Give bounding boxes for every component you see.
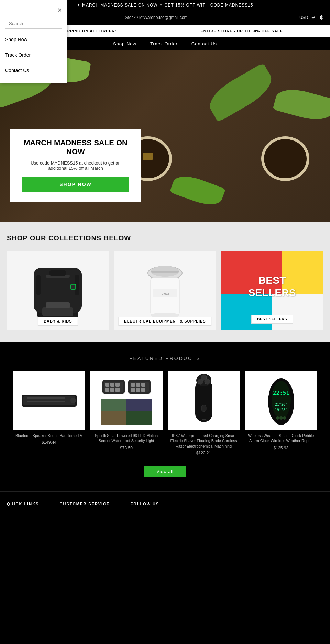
product-name-clock: Wireless Weather Station Clock Pebble Al… bbox=[245, 433, 317, 444]
svg-rect-3 bbox=[46, 302, 70, 308]
products-grid: Bluetooth Speaker Sound Bar Home TV $149… bbox=[7, 371, 323, 455]
clock-svg: 22:51 __:__ 21°20' 19°28' bbox=[266, 374, 297, 427]
svg-rect-32 bbox=[105, 388, 109, 392]
footer-col-quick-links: QUICK LINKS bbox=[7, 502, 39, 506]
svg-rect-2 bbox=[42, 307, 73, 316]
svg-point-53 bbox=[205, 379, 210, 384]
svg-rect-38 bbox=[136, 383, 140, 387]
svg-rect-37 bbox=[131, 383, 135, 387]
svg-text:rotoair: rotoair bbox=[161, 292, 169, 295]
product-name-speaker: Bluetooth Speaker Sound Bar Home TV bbox=[13, 433, 85, 438]
svg-text:__:__: __:__ bbox=[276, 397, 286, 400]
product-price-speaker: $149.44 bbox=[13, 440, 85, 445]
product-name-shaver: IPX7 Waterproof Fast Charging Smart Elec… bbox=[168, 433, 240, 449]
svg-text:19°28': 19°28' bbox=[275, 408, 287, 412]
svg-rect-5 bbox=[36, 275, 41, 295]
product-image-clock: 22:51 __:__ 21°20' 19°28' bbox=[245, 371, 317, 430]
svg-point-64 bbox=[283, 416, 286, 420]
hero-subtitle: Use code MADNESS15 at checkout to get an… bbox=[22, 160, 129, 171]
mobile-menu-item-shop[interactable]: Shop Now bbox=[0, 32, 67, 47]
product-image-speaker bbox=[13, 371, 85, 430]
svg-point-63 bbox=[279, 416, 283, 420]
svg-text:21°20': 21°20' bbox=[275, 403, 287, 406]
bestsellers-label: BEST SELLERS bbox=[251, 315, 293, 324]
page-wrapper: ✕ Shop Now Track Order Contact Us ✦ MARC… bbox=[0, 0, 330, 513]
featured-section: FEATURED PRODUCTS bbox=[0, 342, 330, 491]
product-price-light: $73.50 bbox=[90, 445, 163, 450]
mobile-menu-item-track[interactable]: Track Order bbox=[0, 47, 67, 63]
svg-text:22:51: 22:51 bbox=[273, 389, 289, 396]
svg-point-52 bbox=[198, 379, 203, 384]
collection-card-baby[interactable]: BABY & KIDS bbox=[7, 251, 109, 330]
footer-col-customer-service: CUSTOMER SERVICE bbox=[60, 502, 110, 506]
product-name-light: Spcelli Solar Powered 96 LED Motion Sens… bbox=[90, 433, 163, 444]
svg-rect-8 bbox=[49, 270, 66, 276]
mobile-menu: ✕ Shop Now Track Order Contact Us bbox=[0, 0, 67, 83]
featured-title: FEATURED PRODUCTS bbox=[7, 355, 323, 361]
leaf-6 bbox=[169, 171, 226, 210]
collection-card-bestsellers[interactable]: BESTSELLERS BEST SELLERS bbox=[221, 251, 323, 330]
bestsellers-title: BESTSELLERS bbox=[248, 274, 296, 299]
mobile-menu-item-contact[interactable]: Contact Us bbox=[0, 63, 67, 78]
mobile-search-input[interactable] bbox=[5, 19, 62, 29]
backpack-image bbox=[27, 258, 89, 323]
product-image-light bbox=[90, 371, 163, 430]
footer-follow-us-title: FOLLOW US bbox=[130, 502, 159, 506]
collections-title: SHOP OUR COLLECTIONS BELOW bbox=[7, 234, 323, 242]
product-image-shaver bbox=[168, 371, 240, 430]
hero-cta-button[interactable]: SHOP NOW bbox=[22, 177, 129, 192]
product-card-shaver[interactable]: IPX7 Waterproof Fast Charging Smart Elec… bbox=[168, 371, 240, 455]
svg-rect-45 bbox=[126, 399, 152, 411]
cart-icon[interactable]: ¢ bbox=[320, 14, 323, 21]
collections-section: SHOP OUR COLLECTIONS BELOW bbox=[0, 222, 330, 342]
currency-selector[interactable]: USD EUR GBP bbox=[296, 14, 316, 21]
header-email: StockPilotWarehouse@gmail.com bbox=[125, 15, 187, 20]
svg-rect-29 bbox=[105, 383, 109, 387]
pot-3 bbox=[261, 136, 309, 181]
svg-rect-55 bbox=[202, 419, 206, 420]
purifier-image: rotoair bbox=[144, 258, 186, 323]
footer-col-follow-us: FOLLOW US bbox=[130, 502, 159, 506]
leaf-4 bbox=[273, 84, 330, 124]
footer: QUICK LINKS CUSTOMER SERVICE FOLLOW US bbox=[0, 491, 330, 513]
product-price-shaver: $122.21 bbox=[168, 451, 240, 455]
speaker-svg bbox=[20, 391, 78, 410]
sale-text: ENTIRE STORE - UP TO 60% OFF SALE bbox=[194, 29, 290, 33]
baby-card-label: BABY & KIDS bbox=[38, 317, 78, 326]
footer-customer-service-title: CUSTOMER SERVICE bbox=[60, 502, 110, 506]
view-all-wrapper: View all bbox=[7, 466, 323, 477]
svg-point-21 bbox=[70, 398, 76, 403]
product-card-light[interactable]: Spcelli Solar Powered 96 LED Motion Sens… bbox=[90, 371, 163, 455]
nav-track-order[interactable]: Track Order bbox=[150, 41, 178, 46]
svg-rect-33 bbox=[110, 388, 114, 392]
product-card-clock[interactable]: 22:51 __:__ 21°20' 19°28' Wireless Weath… bbox=[245, 371, 317, 455]
footer-quick-links-title: QUICK LINKS bbox=[7, 502, 39, 506]
hero-title: MARCH MADNESS SALE ON NOW bbox=[22, 138, 129, 156]
footer-columns: QUICK LINKS CUSTOMER SERVICE FOLLOW US bbox=[7, 502, 323, 506]
svg-rect-46 bbox=[101, 411, 126, 425]
collection-card-electrical[interactable]: rotoair ELECTRICAL EQUIPMENT & SUPPLIES bbox=[114, 251, 216, 330]
view-all-button[interactable]: View all bbox=[144, 466, 185, 477]
collections-grid: BABY & KIDS bbox=[7, 251, 323, 330]
svg-rect-47 bbox=[126, 411, 152, 425]
nav-contact-us[interactable]: Contact Us bbox=[191, 41, 217, 46]
shipping-bar-divider bbox=[159, 27, 159, 34]
svg-rect-31 bbox=[116, 383, 120, 387]
svg-rect-9 bbox=[71, 284, 76, 289]
bs-white-quadrant bbox=[272, 294, 323, 330]
bs-blue-quadrant bbox=[221, 294, 272, 330]
nav-shop-now[interactable]: Shop Now bbox=[113, 41, 136, 46]
shaver-svg bbox=[192, 374, 216, 427]
light-svg bbox=[99, 373, 154, 428]
product-card-speaker[interactable]: Bluetooth Speaker Sound Bar Home TV $149… bbox=[13, 371, 85, 455]
mobile-menu-close[interactable]: ✕ bbox=[0, 5, 67, 15]
svg-rect-39 bbox=[141, 383, 145, 387]
svg-rect-41 bbox=[136, 388, 140, 392]
announcement-text: ✦ MARCH MADNESS SALE ON NOW ✦ GET 15% OF… bbox=[77, 3, 253, 8]
leaf-3 bbox=[204, 63, 278, 123]
svg-point-62 bbox=[276, 416, 279, 420]
electrical-card-label: ELECTRICAL EQUIPMENT & SUPPLIES bbox=[118, 317, 211, 326]
product-price-clock: $135.93 bbox=[245, 445, 317, 450]
svg-rect-42 bbox=[141, 388, 145, 392]
svg-rect-30 bbox=[110, 383, 114, 387]
